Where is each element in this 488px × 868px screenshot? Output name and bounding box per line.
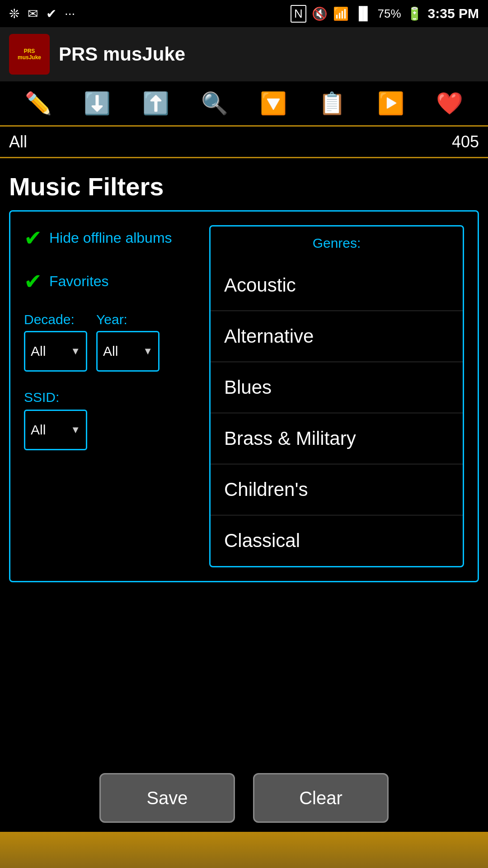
playlist-icon[interactable]: 📋 [319, 91, 346, 116]
ssid-arrow-icon: ▼ [70, 424, 80, 436]
count-number: 405 [452, 132, 479, 151]
upload-icon[interactable]: ⬆️ [142, 91, 169, 116]
decade-pair: Decade: All ▼ [24, 312, 87, 372]
year-value: All [103, 344, 118, 359]
nfc-icon: N [291, 5, 306, 23]
clear-button[interactable]: Clear [253, 773, 389, 823]
decade-value: All [31, 344, 46, 359]
mute-icon: 🔇 [312, 6, 328, 21]
page-title: Music Filters [0, 158, 488, 210]
decade-year-group: Decade: All ▼ Year: All ▼ [24, 312, 196, 372]
battery-percent: 75% [378, 7, 401, 21]
bottom-bar [0, 832, 488, 868]
genre-item-childrens[interactable]: Children's [211, 464, 463, 515]
app-title: PRS musJuke [59, 43, 185, 65]
play-icon[interactable]: ▶️ [377, 91, 404, 116]
widget-icon: ❊ [9, 6, 19, 21]
genre-item-blues[interactable]: Blues [211, 362, 463, 413]
download-icon[interactable]: ⬇️ [84, 91, 111, 116]
count-label: All [9, 132, 27, 151]
decade-label: Decade: [24, 312, 87, 327]
year-arrow-icon: ▼ [143, 345, 153, 357]
decade-dropdown[interactable]: All ▼ [24, 331, 87, 372]
check-icon: ✔ [46, 6, 56, 21]
status-bar: ❊ ✉ ✔ ··· N 🔇 📶 ▐▌ 75% 🔋 3:35 PM [0, 0, 488, 27]
filter-container: ✔ Hide offline albums ✔ Favorites Decade… [9, 210, 479, 582]
decade-arrow-icon: ▼ [70, 345, 80, 357]
genre-item-acoustic[interactable]: Acoustic [211, 260, 463, 311]
battery-icon: 🔋 [407, 6, 422, 21]
favorites-icon[interactable]: ❤️ [436, 91, 463, 116]
year-label: Year: [96, 312, 160, 327]
hide-offline-checkmark: ✔ [24, 225, 42, 250]
favorites-checkbox-row[interactable]: ✔ Favorites [24, 269, 196, 294]
ssid-section: SSID: All ▼ [24, 390, 196, 450]
genre-item-alternative[interactable]: Alternative [211, 311, 463, 362]
status-left-icons: ❊ ✉ ✔ ··· [9, 6, 75, 21]
ssid-label: SSID: [24, 390, 196, 405]
clock: 3:35 PM [428, 6, 479, 21]
status-right-icons: N 🔇 📶 ▐▌ 75% 🔋 3:35 PM [291, 5, 479, 23]
ssid-value: All [31, 422, 46, 438]
search-icon[interactable]: 🔍 [201, 91, 228, 116]
save-button[interactable]: Save [99, 773, 235, 823]
app-logo: PRSmusJuke [9, 34, 50, 75]
genre-item-brass-military[interactable]: Brass & Military [211, 413, 463, 464]
mail-icon: ✉ [28, 6, 38, 21]
wifi-icon: 📶 [333, 6, 349, 21]
decade-year-labels: Decade: All ▼ Year: All ▼ [24, 312, 196, 372]
genres-header: Genres: [211, 226, 463, 260]
favorites-checkmark: ✔ [24, 269, 42, 294]
hide-offline-checkbox-row[interactable]: ✔ Hide offline albums [24, 225, 196, 250]
app-header: PRSmusJuke PRS musJuke [0, 27, 488, 81]
more-icon: ··· [65, 6, 75, 21]
count-bar: All 405 [0, 127, 488, 158]
signal-icon: ▐▌ [354, 6, 372, 21]
genre-list: Acoustic Alternative Blues Brass & Milit… [211, 260, 463, 566]
left-panel: ✔ Hide offline albums ✔ Favorites Decade… [24, 225, 196, 567]
year-dropdown[interactable]: All ▼ [96, 331, 160, 372]
edit-icon[interactable]: ✏️ [25, 91, 52, 116]
hide-offline-label: Hide offline albums [49, 230, 172, 246]
genre-panel: Genres: Acoustic Alternative Blues Brass… [209, 225, 464, 567]
favorites-label: Favorites [49, 273, 109, 290]
genre-item-classical[interactable]: Classical [211, 515, 463, 566]
year-pair: Year: All ▼ [96, 312, 160, 372]
toolbar: ✏️ ⬇️ ⬆️ 🔍 🔽 📋 ▶️ ❤️ [0, 81, 488, 127]
ssid-dropdown[interactable]: All ▼ [24, 410, 87, 450]
bottom-buttons: Save Clear [0, 773, 488, 823]
filter-icon[interactable]: 🔽 [260, 91, 287, 116]
